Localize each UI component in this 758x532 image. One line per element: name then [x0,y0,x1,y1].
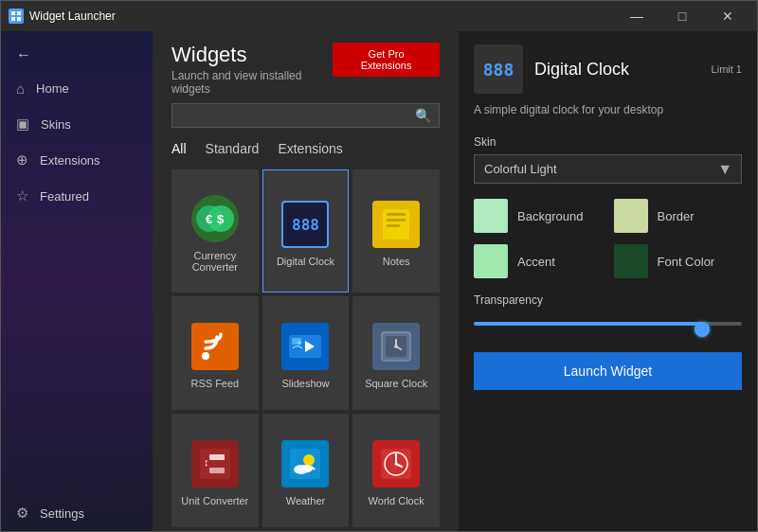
sidebar-label-settings: Settings [40,506,84,521]
accent-swatch[interactable] [474,244,508,278]
tab-extensions[interactable]: Extensions [278,139,342,158]
detail-limit: Limit 1 [712,63,742,75]
svg-point-12 [202,352,209,360]
currency-icon: € $ [191,195,239,242]
sidebar-item-extensions[interactable]: ⊕ Extensions [1,142,153,178]
svg-rect-24 [209,454,225,460]
svg-point-27 [303,454,315,466]
title-bar-left: Widget Launcher [9,9,116,24]
search-icon: 🔍 [415,108,431,123]
widget-card-weather[interactable]: Weather [262,414,350,527]
search-bar: 🔍 [171,103,440,128]
svg-rect-9 [387,213,406,216]
rss-icon [191,323,239,370]
transparency-slider[interactable] [474,314,742,333]
color-grid: Background Border Accent Font Color [459,191,757,286]
app-window: Widget Launcher — □ ✕ ← ⌂ Home ▣ Skins ⊕… [0,0,758,532]
world-clock-icon [372,440,420,488]
svg-text:€: € [206,212,212,226]
detail-title: Digital Clock [534,60,700,80]
svg-text:$: $ [217,212,225,226]
skin-dropdown-wrapper: Colorful Light Dark Minimal Classic ▼ [474,154,742,184]
background-swatch[interactable] [474,199,508,233]
world-clock-name: World Clock [369,495,424,506]
panel-subtitle: Launch and view installed widgets [171,69,333,96]
color-item-accent: Accent [474,244,603,278]
skins-icon: ▣ [16,115,29,133]
svg-rect-25 [209,468,225,473]
filter-tabs: All Standard Extensions [153,135,459,166]
detail-description: A simple digital clock for your desktop [459,103,757,128]
skin-label: Skin [474,135,742,149]
detail-title-area: Digital Clock [534,60,700,80]
sidebar-label-extensions: Extensions [40,153,100,168]
svg-point-29 [301,465,313,472]
sidebar-item-settings[interactable]: ⚙ Settings [1,495,153,531]
background-label: Background [517,209,583,223]
svg-rect-11 [387,224,400,227]
svg-point-21 [394,345,398,348]
font-color-swatch[interactable] [614,244,648,278]
title-bar: Widget Launcher — □ ✕ [1,1,757,31]
window-controls: — □ ✕ [615,1,749,31]
extensions-icon: ⊕ [16,151,28,168]
square-clock-name: Square Clock [365,378,427,389]
home-icon: ⌂ [16,80,25,97]
svg-point-34 [395,463,398,466]
detail-widget-icon: 888 [474,44,523,94]
widget-card-slideshow[interactable]: Slideshow [262,296,350,410]
weather-name: Weather [286,495,325,506]
pro-button[interactable]: Get Pro Extensions [333,43,440,77]
sidebar-item-featured[interactable]: ☆ Featured [1,178,153,214]
notes-icon [372,201,420,248]
slideshow-name: Slideshow [281,378,329,389]
sidebar-label-home: Home [36,81,69,96]
svg-rect-0 [11,11,15,15]
digital-clock-icon: 888 [281,201,329,248]
widgets-grid: € $ Currency Converter 888 Digital Clock [153,166,459,531]
sidebar-label-featured: Featured [40,189,89,204]
border-label: Border [658,209,695,223]
font-color-label: Font Color [658,255,715,269]
back-button[interactable]: ← [1,39,153,71]
panel-header: Widgets Launch and view installed widget… [153,31,459,103]
search-input[interactable] [180,109,415,123]
minimize-button[interactable]: — [615,1,659,31]
tab-standard[interactable]: Standard [206,139,260,158]
notes-name: Notes [383,256,410,267]
launch-button[interactable]: Launch Widget [474,352,742,390]
sidebar-label-skins: Skins [41,117,71,132]
slider-thumb [695,322,710,337]
widget-card-rss[interactable]: RSS Feed [171,296,259,410]
color-item-font: Font Color [614,244,743,278]
transparency-section: Transparency [459,286,757,341]
widget-card-world-clock[interactable]: World Clock [352,414,440,527]
border-swatch[interactable] [614,199,648,233]
svg-text:↕: ↕ [204,456,209,468]
widget-card-notes[interactable]: Notes [352,169,440,293]
skin-dropdown[interactable]: Colorful Light Dark Minimal Classic [474,154,742,184]
transparency-label: Transparency [474,293,742,307]
tab-all[interactable]: All [171,139,187,158]
slider-track [474,322,742,326]
rss-name: RSS Feed [190,378,239,389]
square-clock-icon [372,323,420,370]
window-title: Widget Launcher [29,9,116,23]
widget-card-digital-clock[interactable]: 888 Digital Clock [262,169,350,293]
accent-label: Accent [517,255,555,269]
maximize-button[interactable]: □ [660,1,704,31]
sidebar-item-home[interactable]: ⌂ Home [1,71,153,106]
close-button[interactable]: ✕ [706,1,749,31]
sidebar-item-skins[interactable]: ▣ Skins [1,106,153,142]
sidebar: ← ⌂ Home ▣ Skins ⊕ Extensions ☆ Featured… [1,31,153,531]
unit-name: Unit Converter [181,495,248,506]
color-item-background: Background [474,199,603,233]
widget-card-unit[interactable]: ↕ Unit Converter [171,414,259,527]
digital-clock-name: Digital Clock [277,256,334,267]
widget-card-square-clock[interactable]: Square Clock [352,296,440,410]
currency-name: Currency Converter [180,250,250,273]
widget-card-currency[interactable]: € $ Currency Converter [171,169,259,293]
unit-icon: ↕ [191,440,239,488]
sidebar-bottom: ⚙ Settings [1,495,153,531]
detail-panel: 888 Digital Clock Limit 1 A simple digit… [459,31,757,531]
